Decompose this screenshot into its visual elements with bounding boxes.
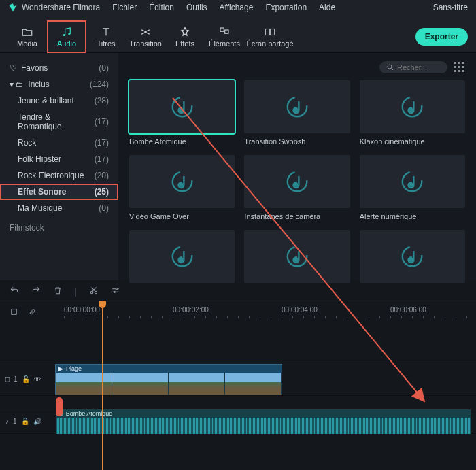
menu-file[interactable]: Fichier [112, 3, 137, 12]
audio-thumb [129, 155, 235, 208]
audio-card[interactable]: Instantanés de caméra [244, 155, 350, 220]
volume-icon[interactable]: 🔊 [33, 418, 41, 425]
library-grid: Bombe Atomique Transition Swoosh Klaxon … [118, 53, 476, 280]
audio-thumb [129, 230, 235, 283]
redo-button[interactable] [31, 286, 41, 297]
svg-point-29 [114, 291, 115, 292]
audio-track[interactable]: ♪ 1 🔓 🔊 ♫Bombe Atomique [0, 409, 476, 434]
audio-clip-icon [399, 169, 425, 195]
video-clip[interactable]: ▶Plage [56, 365, 282, 395]
sidebar-item-rock[interactable]: Rock(17) [0, 135, 118, 151]
visibility-icon[interactable]: 👁 [34, 375, 41, 383]
tab-split-label: Écran partagé [246, 39, 293, 48]
playhead[interactable] [102, 303, 103, 470]
tab-elements-label: Éléments [209, 39, 240, 48]
sidebar-item-tendre[interactable]: Tendre & Romantique(17) [0, 109, 118, 135]
tab-media-label: Média [17, 39, 37, 48]
svg-point-27 [95, 291, 97, 294]
audio-clip-icon [284, 244, 310, 269]
sidebar-item-effet-sonore[interactable]: Effet Sonore(25) [0, 184, 118, 200]
delete-button[interactable] [53, 286, 63, 297]
sidebar-included[interactable]: ▾ 🗀 Inclus (124) [0, 76, 118, 93]
audio-card[interactable] [129, 230, 235, 287]
menu-export[interactable]: Exportation [265, 3, 307, 12]
play-icon: ▶ [58, 365, 63, 372]
ruler-tick: 00:00:00:00 [64, 306, 100, 314]
document-title: Sans-titre [433, 3, 468, 12]
menu-edit[interactable]: Édition [149, 3, 174, 12]
elements-icon [218, 26, 231, 38]
audio-thumb [244, 230, 350, 283]
filmora-logo-icon [8, 3, 18, 12]
audio-clip-icon [169, 94, 195, 120]
audio-clip-icon [284, 94, 310, 120]
video-track-id: 1 [14, 375, 18, 383]
lock-icon[interactable]: 🔓 [21, 418, 29, 425]
tab-media[interactable]: Média [8, 21, 46, 52]
time-ruler[interactable]: 00:00:00:00 00:00:02:00 00:00:04:00 00:0… [46, 303, 466, 322]
tab-effects[interactable]: Effets [166, 21, 204, 52]
video-track[interactable]: □ 1 🔓 👁 ▶Plage [0, 363, 476, 396]
grid-view-icon[interactable] [454, 62, 465, 73]
svg-point-28 [116, 288, 118, 290]
audio-card[interactable]: Alerte numérique [360, 155, 465, 220]
search-icon [386, 63, 394, 71]
audio-card-label: Bombe Atomique [129, 137, 235, 146]
split-screen-icon [264, 26, 276, 38]
tab-audio[interactable]: Audio [48, 21, 86, 52]
sidebar-favorites[interactable]: ♡ Favoris (0) [0, 60, 118, 76]
menu-help[interactable]: Aide [319, 3, 335, 12]
audio-card[interactable]: Transition Swoosh [244, 80, 350, 146]
svg-rect-4 [265, 29, 269, 35]
lock-icon[interactable]: 🔓 [22, 375, 30, 383]
sidebar-item-label: Rock [18, 138, 36, 148]
search-input[interactable] [397, 63, 438, 71]
svg-point-22 [294, 258, 298, 262]
audio-card[interactable]: Bombe Atomique [129, 80, 235, 146]
audio-thumb [244, 155, 350, 208]
svg-point-14 [179, 183, 183, 187]
timeline-header: 00:00:00:00 00:00:02:00 00:00:04:00 00:0… [0, 303, 476, 322]
clip-handle[interactable] [56, 397, 63, 416]
svg-rect-3 [225, 30, 228, 33]
sidebar-item-ma-musique[interactable]: Ma Musique(0) [0, 200, 118, 216]
menu-tools[interactable]: Outils [186, 3, 207, 12]
sidebar-item-electro[interactable]: Rock Electronique(20) [0, 167, 118, 184]
audio-card[interactable] [360, 230, 465, 287]
svg-point-18 [409, 183, 413, 187]
tab-effects-label: Effets [175, 39, 194, 48]
tab-split-screen[interactable]: Écran partagé [245, 21, 295, 52]
audio-clip-icon [169, 169, 195, 195]
audio-card[interactable]: Klaxon cinématique [360, 80, 465, 146]
sidebar-item-folk[interactable]: Folk Hipster(17) [0, 151, 118, 167]
tab-transition[interactable]: Transition [126, 21, 165, 52]
audio-card[interactable] [244, 230, 350, 287]
cut-button[interactable] [89, 286, 99, 297]
tab-titles[interactable]: Titres [87, 21, 125, 52]
audio-clip-label: Bombe Atomique [66, 410, 113, 417]
music-icon [61, 26, 73, 38]
add-marker-button[interactable] [10, 307, 18, 318]
undo-button[interactable] [10, 286, 19, 297]
settings-button[interactable] [111, 286, 120, 297]
svg-point-0 [63, 34, 65, 36]
sidebar-filmstock[interactable]: Filmstock [0, 216, 118, 239]
waveform [56, 418, 471, 434]
audio-card[interactable]: Vidéo Game Over [129, 155, 235, 220]
link-button[interactable] [28, 307, 37, 318]
search-box[interactable] [379, 61, 447, 73]
tab-elements[interactable]: Éléments [205, 21, 243, 52]
svg-point-26 [90, 291, 93, 294]
app-logo: Wondershare Filmora [8, 3, 100, 12]
menu-view[interactable]: Affichage [220, 3, 254, 12]
audio-card-label: Klaxon cinématique [360, 137, 465, 146]
sidebar-item-label: Jeune & brillant [18, 96, 74, 105]
export-button[interactable]: Exporter [415, 28, 468, 46]
menubar: Wondershare Filmora Fichier Édition Outi… [0, 0, 476, 15]
audio-clip-icon [284, 169, 310, 195]
audio-thumb [360, 230, 465, 283]
audio-clip[interactable]: ♫Bombe Atomique [56, 409, 471, 434]
track-spacer [0, 322, 476, 363]
sidebar-item-jeune[interactable]: Jeune & brillant(28) [0, 93, 118, 109]
sidebar-item-label: Folk Hipster [18, 154, 61, 164]
